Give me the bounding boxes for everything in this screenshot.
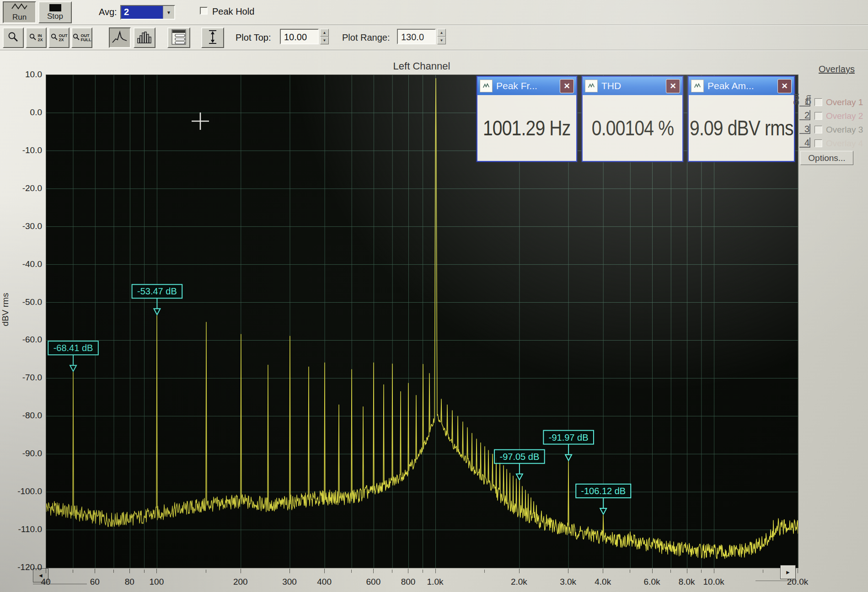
spinner-up-icon[interactable]: ▲ — [320, 29, 329, 37]
spectrum-plot[interactable]: -68.41 dB-53.47 dB-97.05 dB-91.97 dB-106… — [46, 75, 798, 568]
stop-button-label: Stop — [47, 12, 63, 21]
plot-top-input[interactable] — [280, 29, 319, 44]
spinner-down-icon[interactable]: ▼ — [320, 37, 329, 44]
waveform-icon — [480, 80, 493, 92]
x-axis-tick-mark — [156, 569, 157, 573]
svg-text:-106.12 dB: -106.12 dB — [581, 486, 626, 496]
peak-marker[interactable]: -97.05 dB — [494, 450, 545, 480]
svg-text:-68.41 dB: -68.41 dB — [54, 343, 93, 353]
panel-body: 1001.29 Hz — [477, 95, 576, 161]
spectrum-trace — [46, 79, 798, 559]
panel-body: 0.00104 % — [583, 95, 682, 161]
x-axis-minor-tick-mark — [392, 570, 392, 573]
avg-label: Avg: — [99, 7, 117, 17]
spectrum-view-button[interactable] — [109, 27, 131, 48]
plot-top-spinner: ▲ ▼ — [320, 29, 329, 44]
close-icon[interactable]: ✕ — [777, 79, 792, 93]
x-axis-tick-mark — [373, 569, 374, 573]
peak-marker[interactable]: -91.97 dB — [543, 431, 594, 461]
x-axis-tick-mark — [129, 569, 130, 573]
x-axis-minor-tick-mark — [630, 570, 630, 573]
averages-dropdown[interactable]: 2 ▼ — [120, 5, 175, 20]
grid — [46, 75, 798, 568]
x-axis-tick-mark — [289, 569, 290, 573]
y-axis-tick-label: -10.0 — [0, 145, 42, 155]
list-icon — [171, 29, 186, 46]
overlay-3-set-button[interactable]: 3 — [799, 124, 810, 134]
close-icon[interactable]: ✕ — [666, 79, 680, 93]
spinner-up-icon[interactable]: ▲ — [437, 29, 446, 37]
overlay-4-set-button[interactable]: 4 — [799, 138, 810, 148]
spectrum-curve-icon — [112, 30, 128, 46]
panel-peak-frequency[interactable]: Peak Fr... ✕ 1001.29 Hz — [477, 76, 577, 162]
y-axis-tick-label: -40.0 — [0, 259, 42, 269]
y-axis-tick-label: -50.0 — [0, 297, 42, 307]
spinner-down-icon[interactable]: ▼ — [437, 37, 446, 44]
x-axis-minor-tick-mark — [484, 570, 485, 573]
overlay-1-label: Overlay 1 — [826, 97, 863, 107]
x-axis-tick-mark — [798, 569, 798, 573]
stop-button[interactable]: Stop — [38, 1, 72, 23]
zoom-in-2x-button[interactable]: IN 2X — [26, 27, 47, 48]
peak-frequency-value: 1001.29 Hz — [483, 116, 570, 140]
x-axis-minor-tick-mark — [206, 570, 206, 573]
panel-peak-amplitude[interactable]: Peak Am... ✕ 9.09 dBV rms — [688, 76, 795, 162]
y-axis-tick-label: 0.0 — [0, 107, 42, 117]
zoom-out-2x-label: OUT 2X — [59, 34, 68, 42]
x-axis-tick-mark — [714, 569, 714, 573]
overlay-2-label: Overlay 2 — [826, 111, 863, 121]
x-axis-tick-label: 100 — [150, 577, 164, 587]
panel-title-bar[interactable]: Peak Fr... ✕ — [477, 77, 576, 95]
overlay-3-checkbox[interactable] — [814, 126, 822, 133]
overlays-heading[interactable]: Overlays — [819, 64, 855, 75]
overlay-2-set-button[interactable]: 2 — [799, 110, 810, 120]
x-axis-tick-mark — [46, 569, 46, 573]
plot-range-spinner: ▲ ▼ — [437, 29, 446, 44]
x-axis-minor-tick-mark — [670, 570, 671, 573]
overlay-4-checkbox[interactable] — [814, 139, 822, 147]
overlay-1-set-button[interactable]: 1 — [799, 96, 810, 107]
y-axis-tick-label: -120.0 — [0, 562, 42, 572]
zoom-out-2x-button[interactable]: OUT 2X — [48, 27, 70, 48]
peak-amplitude-value: 9.09 dBV rms — [690, 116, 793, 140]
peak-marker[interactable]: -106.12 dB — [576, 484, 631, 514]
panel-title-bar[interactable]: Peak Am... ✕ — [689, 77, 794, 95]
panel-title-bar[interactable]: THD ✕ — [583, 77, 682, 95]
x-axis-minor-tick-mark — [351, 570, 352, 573]
x-axis-tick-label: 4.0k — [595, 577, 611, 587]
close-icon[interactable]: ✕ — [560, 79, 574, 93]
overlay-2-checkbox[interactable] — [814, 112, 822, 120]
x-axis-tick-label: 6.0k — [644, 577, 660, 587]
run-button[interactable]: Run — [3, 1, 36, 23]
measurement-list-button[interactable] — [167, 27, 190, 48]
y-axis-tick-label: -30.0 — [0, 221, 42, 231]
magnifier-icon — [51, 33, 58, 42]
zoom-tool-button[interactable] — [3, 27, 24, 48]
overlay-1-checkbox[interactable] — [814, 98, 822, 106]
y-axis-tick-label: -60.0 — [0, 335, 42, 345]
options-button[interactable]: Options... — [800, 151, 853, 165]
stop-square-icon — [49, 4, 61, 11]
zoom-out-full-button[interactable]: OUT FULL — [71, 27, 92, 48]
peak-marker[interactable]: -53.47 dB — [132, 284, 182, 315]
plot-top-label: Plot Top: — [236, 32, 271, 43]
dropdown-arrow-icon[interactable]: ▼ — [163, 6, 174, 19]
peak-marker[interactable]: -68.41 dB — [48, 341, 98, 371]
x-axis-tick-mark — [241, 569, 241, 573]
x-axis-minor-tick-mark — [701, 570, 702, 573]
x-axis-tick-mark — [435, 569, 436, 573]
plot-range-input[interactable] — [397, 29, 436, 44]
x-axis-tick-label: 40 — [41, 577, 50, 587]
autoscale-button[interactable] — [201, 27, 224, 48]
x-axis-minor-tick-mark — [763, 570, 763, 573]
panel-title: Peak Fr... — [496, 80, 556, 91]
panel-thd[interactable]: THD ✕ 0.00104 % — [582, 76, 683, 162]
y-axis-tick-label: -70.0 — [0, 373, 42, 383]
x-axis-tick-label: 400 — [317, 577, 332, 587]
plot-title: Left Channel — [46, 60, 798, 72]
x-axis-tick-label: 80 — [125, 577, 134, 587]
bar-chart-view-button[interactable] — [134, 27, 155, 48]
x-axis-tick-label: 1.0k — [427, 577, 444, 587]
x-axis-tick-label: 600 — [366, 577, 381, 587]
peak-hold-checkbox[interactable] — [200, 7, 208, 15]
